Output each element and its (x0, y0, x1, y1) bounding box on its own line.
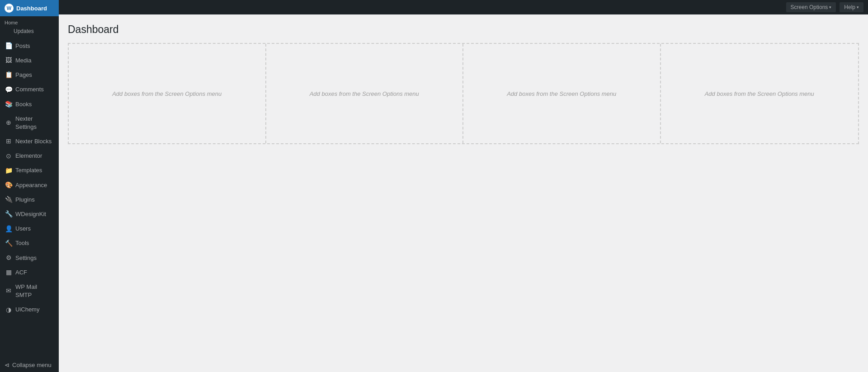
dashboard-grid: Add boxes from the Screen Options menu A… (68, 43, 859, 144)
dashboard-col-2-text: Add boxes from the Screen Options menu (310, 90, 419, 97)
sidebar-item-acf[interactable]: ▦ ACF (0, 265, 59, 280)
nexter-blocks-icon: ⊞ (5, 137, 13, 146)
wp-mail-smtp-icon: ✉ (5, 287, 13, 295)
sidebar-item-books[interactable]: 📚 Books (0, 97, 59, 112)
sidebar-item-pages[interactable]: 📋 Pages (0, 68, 59, 82)
media-icon: 🖼 (5, 57, 13, 65)
help-button[interactable]: Help ▾ (840, 2, 863, 12)
screen-options-label: Screen Options (791, 4, 828, 10)
collapse-menu-label: Collapse menu (12, 362, 52, 368)
dashboard-col-3: Add boxes from the Screen Options menu (463, 44, 661, 143)
sidebar-items-list: 📄 Posts 🖼 Media 📋 Pages 💬 Comments 📚 Boo… (0, 39, 59, 317)
acf-label: ACF (15, 268, 27, 277)
uichemy-icon: ◑ (5, 306, 13, 314)
comments-icon: 💬 (5, 85, 13, 94)
sidebar-header-label: Dashboard (16, 5, 47, 12)
dashboard-col-4: Add boxes from the Screen Options menu (661, 44, 859, 143)
appearance-label: Appearance (15, 181, 47, 189)
sidebar-item-wdesignkit[interactable]: 🔧 WDesignKit (0, 207, 59, 221)
plugins-label: Plugins (15, 196, 35, 204)
books-icon: 📚 (5, 100, 13, 108)
screen-options-button[interactable]: Screen Options ▾ (786, 2, 836, 12)
pages-label: Pages (15, 71, 32, 79)
elementor-label: Elementor (15, 152, 42, 160)
tools-label: Tools (15, 239, 29, 247)
sidebar-item-plugins[interactable]: 🔌 Plugins (0, 193, 59, 207)
main-area: Screen Options ▾ Help ▾ Dashboard Add bo… (59, 0, 868, 372)
sidebar-item-comments[interactable]: 💬 Comments (0, 82, 59, 97)
wp-logo-icon (5, 4, 14, 13)
help-arrow-icon: ▾ (857, 5, 859, 9)
dashboard-col-1-text: Add boxes from the Screen Options menu (112, 90, 222, 97)
users-icon: 👤 (5, 225, 13, 233)
sidebar-item-settings[interactable]: ⚙ Settings (0, 251, 59, 265)
sidebar-item-appearance[interactable]: 🎨 Appearance (0, 178, 59, 193)
acf-icon: ▦ (5, 268, 13, 277)
tools-icon: 🔨 (5, 240, 13, 248)
posts-icon: 📄 (5, 42, 13, 50)
sidebar-item-templates[interactable]: 📁 Templates (0, 163, 59, 178)
sidebar-item-uichemy[interactable]: ◑ UiChemy (0, 302, 59, 317)
uichemy-label: UiChemy (15, 306, 39, 314)
dashboard-col-2: Add boxes from the Screen Options menu (266, 44, 464, 143)
sidebar-item-nexter-blocks[interactable]: ⊞ Nexter Blocks (0, 134, 59, 149)
dashboard-col-1: Add boxes from the Screen Options menu (69, 44, 266, 143)
topbar: Screen Options ▾ Help ▾ (59, 0, 868, 14)
page-title: Dashboard (68, 24, 859, 36)
books-label: Books (15, 100, 32, 108)
collapse-icon: ⊲ (5, 362, 9, 368)
sidebar-home-label: Home (0, 16, 59, 26)
screen-options-arrow-icon: ▾ (829, 5, 831, 9)
plugins-icon: 🔌 (5, 196, 13, 204)
sidebar-item-users[interactable]: 👤 Users (0, 221, 59, 236)
collapse-menu-button[interactable]: ⊲ Collapse menu (0, 358, 59, 372)
sidebar-item-elementor[interactable]: ⊙ Elementor (0, 149, 59, 163)
settings-icon: ⚙ (5, 254, 13, 262)
sidebar: Dashboard Home Updates 📄 Posts 🖼 Media 📋… (0, 0, 59, 372)
comments-label: Comments (15, 85, 44, 94)
help-label: Help (844, 4, 855, 10)
media-label: Media (15, 57, 31, 65)
sidebar-item-media[interactable]: 🖼 Media (0, 53, 59, 68)
pages-icon: 📋 (5, 71, 13, 79)
wdesignkit-label: WDesignKit (15, 210, 46, 218)
dashboard-col-3-text: Add boxes from the Screen Options menu (507, 90, 616, 97)
users-label: Users (15, 225, 31, 233)
sidebar-header[interactable]: Dashboard (0, 0, 59, 16)
nexter-blocks-label: Nexter Blocks (15, 137, 52, 146)
wdesignkit-icon: 🔧 (5, 210, 13, 218)
nexter-settings-icon: ⊕ (5, 119, 13, 127)
sidebar-item-posts[interactable]: 📄 Posts (0, 39, 59, 53)
nexter-settings-label: Nexter Settings (15, 115, 54, 131)
sidebar-item-nexter-settings[interactable]: ⊕ Nexter Settings (0, 112, 59, 134)
elementor-icon: ⊙ (5, 152, 13, 160)
dashboard-col-4-text: Add boxes from the Screen Options menu (705, 90, 814, 97)
sidebar-item-updates[interactable]: Updates (0, 26, 59, 39)
posts-label: Posts (15, 42, 30, 50)
settings-label: Settings (15, 254, 37, 262)
templates-label: Templates (15, 166, 42, 174)
templates-icon: 📁 (5, 167, 13, 175)
sidebar-updates-label: Updates (14, 28, 34, 35)
wp-mail-smtp-label: WP Mail SMTP (15, 283, 54, 299)
sidebar-item-wp-mail-smtp[interactable]: ✉ WP Mail SMTP (0, 280, 59, 302)
appearance-icon: 🎨 (5, 181, 13, 189)
content-area: Dashboard Add boxes from the Screen Opti… (59, 14, 868, 372)
sidebar-item-tools[interactable]: 🔨 Tools (0, 236, 59, 250)
